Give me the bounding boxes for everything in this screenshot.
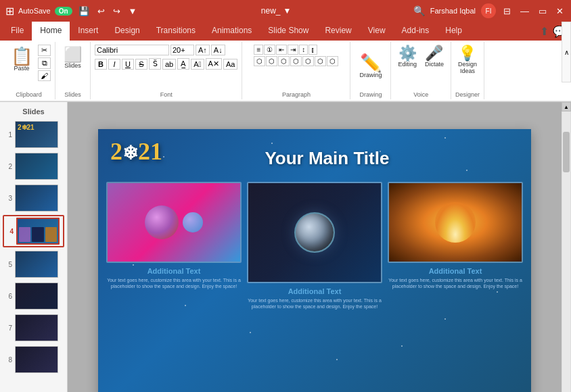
tab-animations[interactable]: Animations <box>204 22 260 41</box>
slide-col-subtitle-2[interactable]: Additional Text <box>288 287 342 295</box>
scroll-thumb[interactable] <box>563 132 570 172</box>
font-size-input[interactable] <box>170 45 194 55</box>
align-left-button[interactable]: ⬡ <box>254 56 265 66</box>
text-highlight-button[interactable]: A⃝ <box>191 59 204 70</box>
voice-label: Voice <box>413 91 428 98</box>
drawing-button[interactable]: ✏️ Drawing <box>355 51 386 81</box>
slide-year[interactable]: 2❄21 <box>110 137 162 166</box>
tab-review[interactable]: Review <box>317 22 359 41</box>
title-bar-left: ⊞ AutoSave On 💾 ↩ ↪ ▼ <box>5 5 139 18</box>
increase-indent-button[interactable]: ⇥ <box>288 45 298 55</box>
slide-column-2: Additional Text Your text goes here, cus… <box>247 182 382 392</box>
slide-thumbnail-5 <box>15 251 58 278</box>
columns-button[interactable]: ⫿ <box>309 45 317 55</box>
slide-item-4[interactable]: 4 <box>3 215 64 247</box>
dictate-icon: 🎤 <box>425 46 443 61</box>
decrease-size-button[interactable]: A↓ <box>211 45 225 55</box>
minimize-button[interactable]: — <box>518 6 531 16</box>
user-avatar: FI <box>481 3 496 18</box>
increase-size-button[interactable]: A↑ <box>196 45 210 55</box>
clear-format-button[interactable]: A✕ <box>206 58 222 70</box>
slide-item-2[interactable]: 2 <box>3 151 64 181</box>
slide-item-5[interactable]: 5 <box>3 249 64 279</box>
ribbon-group-voice: ⚙️ Editing 🎤 Dictate Voice <box>391 42 451 99</box>
dictate-button[interactable]: 🎤 Dictate <box>422 45 447 69</box>
autosave-toggle[interactable]: On <box>55 7 72 16</box>
slide-col-subtitle-1[interactable]: Additional Text <box>147 267 201 275</box>
decrease-indent-button[interactable]: ⇤ <box>276 45 287 55</box>
title-bar-center: new_ ▼ <box>261 6 292 16</box>
collapse-ribbon-button[interactable]: ∧ <box>562 22 571 82</box>
smartart-button[interactable]: ⬡ <box>327 56 338 66</box>
paragraph-label: Paragraph <box>282 91 311 98</box>
tab-insert[interactable]: Insert <box>70 22 106 41</box>
customize-qat-button[interactable]: ▼ <box>127 6 139 16</box>
clipboard-label: Clipboard <box>16 91 42 98</box>
slide-col-text-2: Your text goes here, customize this area… <box>247 297 382 310</box>
share-button[interactable]: ⬆ <box>538 22 551 41</box>
slide-main-title[interactable]: Your Main Title <box>265 148 389 169</box>
tab-view[interactable]: View <box>360 22 394 41</box>
tab-transitions[interactable]: Transitions <box>148 22 204 41</box>
slide-item-6[interactable]: 6 <box>3 281 64 311</box>
align-text-button[interactable]: ⬡ <box>315 56 326 66</box>
char-spacing-button[interactable]: ab <box>162 59 176 70</box>
tab-slideshow[interactable]: Slide Show <box>260 22 317 41</box>
ribbon-group-clipboard: 📋 Paste ✂ ⧉ 🖌 Clipboard <box>3 42 55 99</box>
cut-button[interactable]: ✂ <box>38 45 51 56</box>
planet-sphere <box>294 212 335 253</box>
close-button[interactable]: ✕ <box>554 6 566 16</box>
ribbon-content: 📋 Paste ✂ ⧉ 🖌 Clipboard ⬜ Slides Slides <box>0 41 571 101</box>
change-case-button[interactable]: Aa <box>223 59 237 70</box>
numbering-button[interactable]: ① <box>264 45 275 55</box>
ribbon-group-paragraph: ≡ ① ⇤ ⇥ ↕ ⫿ ⬡ ⬡ ⬡ ⬡ ⬡ ⬡ ⬡ Paragraph <box>242 42 350 99</box>
new-slide-button[interactable]: ⬜ Slides <box>60 45 86 72</box>
tab-home[interactable]: Home <box>32 22 70 41</box>
bullets-button[interactable]: ≡ <box>254 45 263 55</box>
tab-design[interactable]: Design <box>106 22 147 41</box>
slide-item-8[interactable]: 8 <box>3 345 64 374</box>
strikethrough-button[interactable]: S <box>135 59 147 70</box>
bold-button[interactable]: B <box>95 59 107 70</box>
text-direction-button[interactable]: ⬡ <box>302 56 314 66</box>
format-painter-button[interactable]: 🖌 <box>38 70 51 81</box>
tab-addins[interactable]: Add-ins <box>394 22 438 41</box>
redo-button[interactable]: ↪ <box>111 6 122 16</box>
underline-button[interactable]: U <box>122 59 134 70</box>
paste-button[interactable]: 📋 Paste <box>7 45 37 74</box>
drawing-label: Drawing <box>359 91 382 98</box>
line-spacing-button[interactable]: ↕ <box>299 45 308 55</box>
font-color-button[interactable]: A̲ <box>177 58 189 70</box>
dropdown-arrow: ▼ <box>283 6 292 16</box>
slide-item-7[interactable]: 7 <box>3 313 64 343</box>
align-right-button[interactable]: ⬡ <box>278 56 290 66</box>
justify-button[interactable]: ⬡ <box>290 56 302 66</box>
slide-number-7: 7 <box>4 324 12 332</box>
maximize-button[interactable]: ▭ <box>536 6 549 16</box>
canvas-scrollbar[interactable]: ▲ ▼ <box>562 102 571 392</box>
autosave-label: AutoSave <box>18 7 51 15</box>
slide-canvas: 2❄21 Your Main Title Additional Text You… <box>98 129 531 392</box>
align-center-button[interactable]: ⬡ <box>266 56 277 66</box>
shadow-button[interactable]: S̈ <box>149 58 161 70</box>
canvas-area[interactable]: 2❄21 Your Main Title Additional Text You… <box>68 102 562 392</box>
light-image <box>389 183 522 262</box>
slide-item-1[interactable]: 1 2❄21 <box>3 120 64 149</box>
slide-col-subtitle-3[interactable]: Additional Text <box>429 267 482 275</box>
tab-file[interactable]: File <box>3 22 32 41</box>
editing-button[interactable]: ⚙️ Editing <box>395 45 419 69</box>
ribbon-display-button[interactable]: ⊟ <box>501 6 513 16</box>
slide-col-img-2 <box>247 182 382 283</box>
search-icon[interactable]: 🔍 <box>413 5 425 16</box>
slide-thumbnail-1: 2❄21 <box>15 121 58 148</box>
font-name-input[interactable] <box>95 45 169 55</box>
italic-button[interactable]: I <box>108 59 120 70</box>
undo-button[interactable]: ↩ <box>95 6 107 16</box>
tab-help[interactable]: Help <box>437 22 470 41</box>
copy-button[interactable]: ⧉ <box>38 57 51 69</box>
scroll-up-button[interactable]: ▲ <box>562 102 571 112</box>
slide-item-3[interactable]: 3 <box>3 183 64 213</box>
slide-thumbnail-7 <box>15 314 58 341</box>
save-button[interactable]: 💾 <box>76 6 91 16</box>
design-ideas-button[interactable]: 💡 DesignIdeas <box>455 45 480 76</box>
